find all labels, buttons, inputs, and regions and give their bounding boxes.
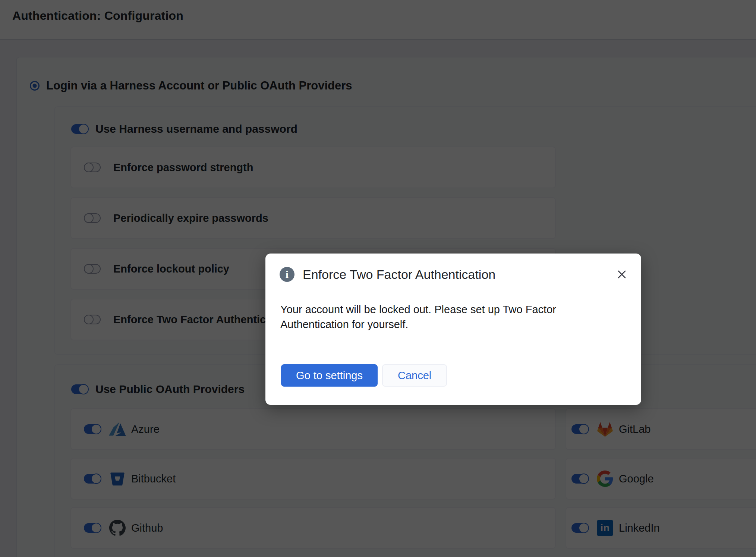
close-button[interactable] — [615, 268, 629, 281]
modal-header: Enforce Two Factor Authentication — [280, 266, 629, 283]
modal-message: Your account will be locked out. Please … — [280, 302, 590, 332]
modal-actions: Go to settings Cancel — [281, 364, 447, 387]
cancel-button[interactable]: Cancel — [382, 364, 447, 387]
info-icon — [280, 267, 294, 282]
authentication-configuration-page: Authentication: Configuration Login via … — [0, 0, 756, 557]
two-factor-modal: Enforce Two Factor Authentication Your a… — [265, 254, 641, 405]
modal-title: Enforce Two Factor Authentication — [303, 267, 495, 282]
go-to-settings-button[interactable]: Go to settings — [281, 364, 378, 387]
close-icon — [616, 269, 627, 280]
